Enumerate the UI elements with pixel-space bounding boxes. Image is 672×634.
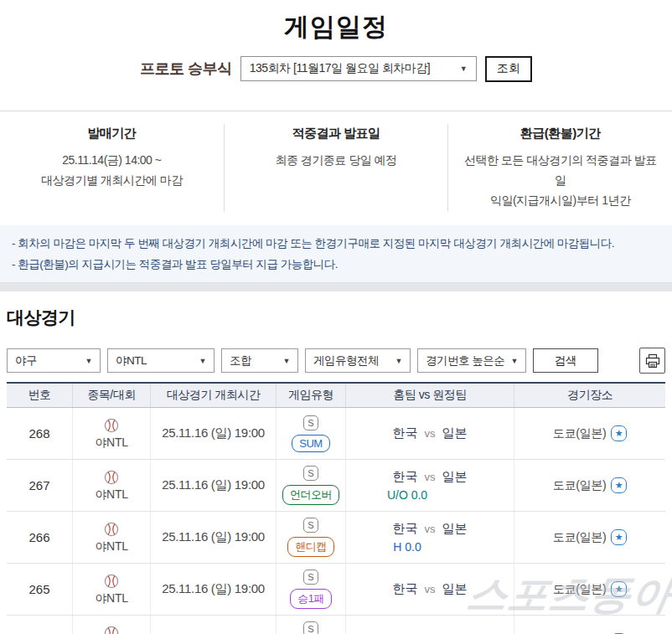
away-team: 일본	[442, 425, 468, 440]
table-row: 268 야NTL 25.11.16 (일) 19:00 S SUM 한국vs일본…	[7, 408, 665, 460]
col-header-time: 대상경기 개최시간	[150, 384, 276, 407]
game-type-cell: S 일반	[276, 616, 345, 634]
single-game-icon: S	[303, 415, 318, 430]
result-date-column: 적중결과 발표일 최종 경기종료 당일 예정	[224, 124, 448, 212]
venue-label: 도쿄(일본)	[553, 582, 607, 597]
table-row: 267 야NTL 25.11.16 (일) 19:00 S 언더오버 한국vs일…	[7, 460, 665, 512]
sort-select[interactable]: 경기번호 높은순 ▼	[417, 348, 526, 373]
venue-cell: 도쿄(일본) ★	[514, 460, 665, 511]
table-row: 265 야NTL 25.11.16 (일) 19:00 S 승1패 한국vs일본…	[7, 564, 665, 616]
col-header-type: 게임유형	[276, 384, 345, 407]
table-row: 266 야NTL 25.11.16 (일) 19:00 S 핸디캡 한국vs일본…	[7, 512, 665, 564]
match-teams: 한국vs일본	[393, 521, 468, 537]
venue-label: 도쿄(일본)	[553, 478, 607, 493]
chevron-down-icon: ▼	[199, 357, 206, 365]
venue-cell: 도쿄(일본) ★	[514, 512, 665, 563]
teams-cell: 한국vs일본	[345, 408, 514, 459]
table-row: 264 야NTL 25.11.16 (일) 19:00 S 일반 한국vs일본 …	[7, 616, 665, 634]
teams-cell: 한국vs일본 U/O 0.0	[345, 460, 514, 511]
game-time: 25.11.16 (일) 19:00	[150, 564, 276, 615]
single-game-icon: S	[303, 466, 318, 481]
combination-select[interactable]: 조합 ▼	[221, 348, 298, 373]
chevron-down-icon: ▼	[511, 357, 518, 365]
page-title: 게임일정	[0, 10, 672, 44]
game-number: 265	[7, 564, 72, 615]
col-header-league: 종목/대회	[72, 384, 150, 407]
game-type-badge: 언더오버	[282, 485, 339, 505]
printer-icon	[645, 353, 660, 369]
handicap-value: U/O 0.0	[387, 488, 427, 502]
single-game-icon: S	[303, 518, 318, 533]
venue-cell: 도쿄(일본) ★	[514, 616, 665, 634]
sport-select[interactable]: 야구 ▼	[7, 348, 101, 373]
round-select[interactable]: 135회차 [11월17일 월요일 회차마감] ▼	[240, 56, 477, 81]
star-icon[interactable]: ★	[611, 425, 627, 441]
notice-box: - 회차의 마감은 마지막 두 번째 대상경기 개최시간에 마감 또는 한경기구…	[0, 225, 672, 282]
result-date-line1: 최종 경기종료 당일 예정	[236, 150, 437, 170]
home-team: 한국	[393, 469, 418, 483]
venue-label: 도쿄(일본)	[553, 426, 607, 441]
single-game-icon: S	[303, 570, 318, 585]
star-icon[interactable]: ★	[611, 529, 627, 545]
away-team: 일본	[442, 469, 468, 483]
game-number: 268	[7, 408, 72, 459]
game-type-select-value: 게임유형전체	[313, 353, 379, 369]
section-title: 대상경기	[7, 306, 665, 329]
search-button[interactable]: 검색	[533, 348, 598, 373]
teams-cell: 한국vs일본	[345, 564, 514, 615]
round-select-value: 135회차 [11월17일 월요일 회차마감]	[250, 61, 430, 76]
sport-select-value: 야구	[15, 353, 37, 369]
sale-period-line2: 대상경기별 개최시간에 마감	[12, 170, 212, 190]
round-selector-row: 프로토 승부식 135회차 [11월17일 월요일 회차마감] ▼ 조회	[0, 55, 672, 82]
game-type-cell: S 언더오버	[276, 460, 345, 511]
home-team: 한국	[393, 521, 418, 535]
combination-select-value: 조합	[230, 353, 251, 369]
game-number: 264	[7, 616, 72, 634]
proto-label: 프로토 승부식	[140, 59, 232, 79]
games-table-body: 268 야NTL 25.11.16 (일) 19:00 S SUM 한국vs일본…	[7, 408, 665, 634]
sale-period-title: 발매기간	[12, 126, 212, 142]
baseball-icon	[103, 417, 120, 434]
match-teams: 한국vs일본	[393, 425, 468, 441]
refund-period-line1: 선택한 모든 대상경기의 적중결과 발표일	[460, 150, 660, 190]
single-game-icon: S	[303, 621, 318, 634]
league-cell: 야NTL	[72, 564, 150, 615]
league-select[interactable]: 야NTL ▼	[107, 348, 215, 373]
refund-period-line2: 익일(지급개시일)부터 1년간	[460, 190, 660, 210]
teams-cell: 한국vs일본	[345, 616, 514, 634]
star-icon[interactable]: ★	[611, 581, 627, 597]
league-cell: 야NTL	[72, 460, 150, 511]
match-teams: 한국vs일본	[393, 469, 468, 485]
chevron-down-icon: ▼	[283, 357, 290, 365]
games-table-header: 번호 종목/대회 대상경기 개최시간 게임유형 홈팀 vs 원정팀 경기장소	[7, 382, 665, 408]
result-date-title: 적중결과 발표일	[236, 126, 437, 142]
refund-period-title: 환급(환불)기간	[460, 126, 660, 142]
baseball-icon	[103, 469, 120, 486]
league-cell: 야NTL	[72, 512, 150, 563]
col-header-venue: 경기장소	[514, 384, 665, 407]
game-type-badge: 승1패	[290, 589, 332, 609]
league-select-value: 야NTL	[116, 353, 147, 369]
vs-label: vs	[425, 583, 436, 595]
baseball-icon	[103, 521, 120, 538]
teams-cell: 한국vs일본 H 0.0	[345, 512, 514, 563]
print-button[interactable]	[639, 348, 665, 374]
home-team: 한국	[393, 581, 418, 595]
game-type-cell: S 핸디캡	[276, 512, 345, 563]
game-number: 266	[7, 512, 72, 563]
away-team: 일본	[442, 521, 468, 535]
game-type-badge: 핸디캡	[287, 537, 334, 557]
notice-line: - 회차의 마감은 마지막 두 번째 대상경기 개최시간에 마감 또는 한경기구…	[12, 233, 660, 254]
match-teams: 한국vs일본	[393, 581, 468, 597]
baseball-icon	[103, 625, 120, 634]
game-type-select[interactable]: 게임유형전체 ▼	[305, 348, 411, 373]
sale-info-panel: 발매기간 25.11.14(금) 14:00 ~ 대상경기별 개최시간에 마감 …	[0, 111, 672, 225]
baseball-icon	[103, 573, 120, 590]
game-time: 25.11.16 (일) 19:00	[150, 408, 276, 459]
target-games-section: 대상경기 야구 ▼ 야NTL ▼ 조합 ▼ 게임유형전체 ▼ 경기번호 높은순 …	[0, 306, 672, 634]
inquiry-button[interactable]: 조회	[485, 56, 532, 82]
star-icon[interactable]: ★	[611, 477, 627, 493]
vs-label: vs	[425, 471, 436, 483]
filter-toolbar: 야구 ▼ 야NTL ▼ 조합 ▼ 게임유형전체 ▼ 경기번호 높은순 ▼ 검색	[7, 348, 665, 374]
league-label: 야NTL	[95, 539, 127, 554]
